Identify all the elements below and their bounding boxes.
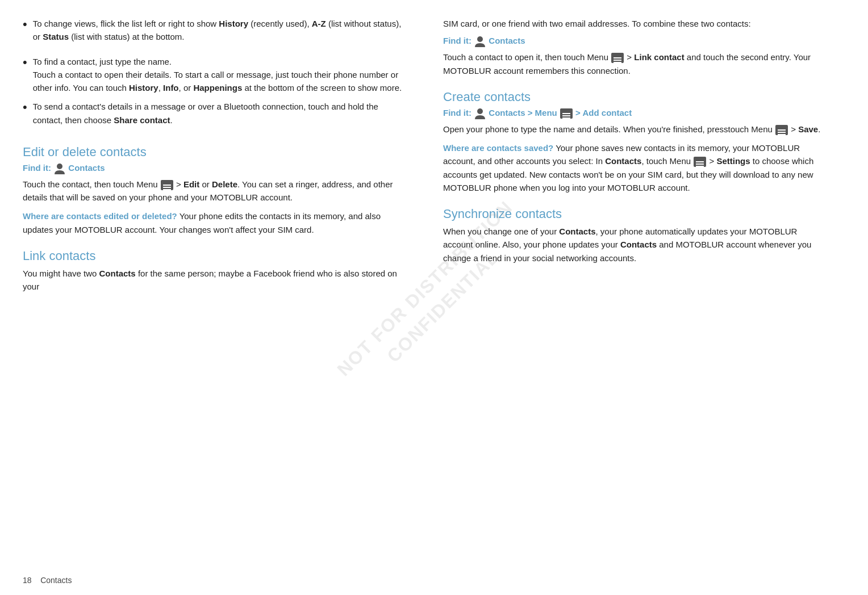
- create-body: Open your phone to type the name and det…: [443, 123, 829, 136]
- contacts-icon: [475, 36, 485, 47]
- bullet-dot: •: [23, 53, 27, 72]
- intro-bullets: • To change views, flick the list left o…: [23, 17, 409, 132]
- footer-label: Contacts: [40, 576, 72, 585]
- link-cont-text: SIM card, or one friend with two email a…: [443, 17, 829, 30]
- edit-find-it: Find it: Contacts: [23, 163, 409, 174]
- svg-point-0: [57, 164, 62, 169]
- link-contacts-body: You might have two Contacts for the same…: [23, 267, 409, 294]
- menu-icon: [694, 157, 706, 167]
- link-body: Touch a contact to open it, then touch M…: [443, 51, 829, 77]
- find-it-label: Find it:: [443, 108, 474, 118]
- left-column: • To change views, flick the list left o…: [23, 17, 409, 584]
- bullet-text-2: To find a contact, just type the name. T…: [33, 55, 409, 95]
- list-item: • To find a contact, just type the name.…: [23, 55, 409, 95]
- edit-delete-heading: Edit or delete contacts: [23, 145, 409, 160]
- find-it-contacts: Contacts: [68, 163, 105, 173]
- where-saved-label: Where are contacts saved?: [443, 143, 553, 153]
- menu-icon: [611, 53, 624, 63]
- find-it-contacts: Contacts: [489, 36, 525, 45]
- where-edited: Where are contacts edited or deleted? Yo…: [23, 209, 409, 236]
- svg-point-2: [477, 108, 483, 114]
- bullet-dot: •: [23, 98, 27, 117]
- bullet-text-1: To change views, flick the list left or …: [33, 17, 409, 44]
- sync-contacts-heading: Synchronize contacts: [443, 207, 829, 221]
- where-label: Where are contacts edited or deleted?: [23, 211, 177, 221]
- menu-icon: [775, 125, 788, 135]
- right-column: SIM card, or one friend with two email a…: [443, 17, 829, 584]
- create-find-it: Find it: Contacts > Menu > Add contact: [443, 108, 829, 119]
- menu-icon: [560, 108, 573, 119]
- link-contacts-heading: Link contacts: [23, 249, 409, 263]
- link-continuation: SIM card, or one friend with two email a…: [443, 17, 829, 77]
- svg-point-1: [477, 36, 483, 42]
- link-contacts-section: Link contacts You might have two Contact…: [23, 249, 409, 294]
- page-footer: 18 Contacts: [23, 576, 72, 585]
- link-find-it: Find it: Contacts: [443, 36, 829, 47]
- contacts-icon: [55, 163, 65, 174]
- contacts-icon: [475, 108, 485, 119]
- page-container: • To change views, flick the list left o…: [0, 0, 868, 595]
- bullet-text-3: To send a contact's details in a message…: [33, 100, 409, 127]
- where-saved: Where are contacts saved? Your phone sav…: [443, 141, 829, 194]
- create-contacts-heading: Create contacts: [443, 90, 829, 104]
- menu-icon: [161, 180, 173, 190]
- edit-body: Touch the contact, then touch Menu > Edi…: [23, 178, 409, 204]
- edit-delete-section: Edit or delete contacts Find it: Contact…: [23, 145, 409, 236]
- bullet-dot: •: [23, 15, 27, 34]
- sync-contacts-section: Synchronize contacts When you change one…: [443, 207, 829, 265]
- list-item: • To send a contact's details in a messa…: [23, 100, 409, 132]
- find-it-label: Find it:: [443, 36, 474, 45]
- list-item: • To change views, flick the list left o…: [23, 17, 409, 49]
- find-it-contacts: Contacts: [489, 108, 525, 118]
- create-contacts-section: Create contacts Find it: Contacts > Menu…: [443, 90, 829, 194]
- sync-body: When you change one of your Contacts, yo…: [443, 225, 829, 265]
- find-it-label: Find it:: [23, 163, 53, 173]
- footer-page-number: 18: [23, 576, 32, 585]
